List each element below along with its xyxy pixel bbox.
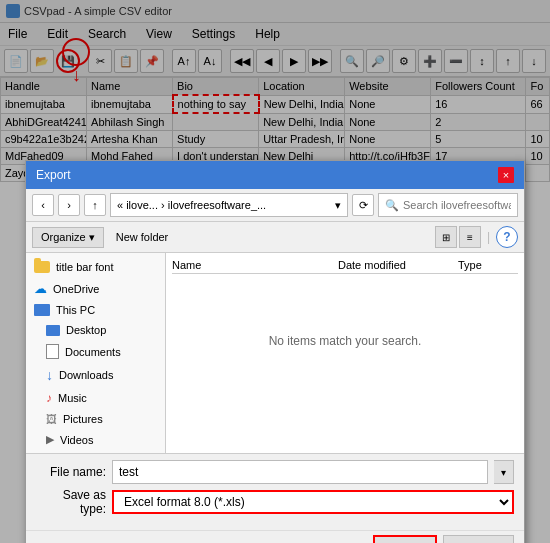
filename-label: File name: <box>36 465 106 479</box>
sidebar-item-desktop[interactable]: Desktop <box>26 320 165 340</box>
export-dialog: Export × ‹ › ↑ « ilove... › ilovefreesof… <box>25 160 525 543</box>
pictures-icon: 🖼 <box>46 413 57 425</box>
col-type-header: Type <box>458 259 518 271</box>
breadcrumb[interactable]: « ilove... › ilovefreesoftware_... ▾ <box>110 193 348 217</box>
video-icon: ▶ <box>46 433 54 446</box>
sidebar-item-label: Desktop <box>66 324 106 336</box>
dialog-action-bar: Organize ▾ New folder ⊞ ≡ | ? <box>26 222 524 253</box>
sidebar-item-documents[interactable]: Documents <box>26 340 165 363</box>
breadcrumb-text: « ilove... › ilovefreesoftware_... <box>117 199 266 211</box>
separator: | <box>487 230 490 244</box>
sidebar-item-onedrive[interactable]: ☁ OneDrive <box>26 277 165 300</box>
view-details-button[interactable]: ≡ <box>459 226 481 248</box>
dialog-sidebar: title bar font ☁ OneDrive This PC Deskto… <box>26 253 166 453</box>
dialog-content: Name Date modified Type No items match y… <box>166 253 524 453</box>
download-icon: ↓ <box>46 367 53 383</box>
music-icon: ♪ <box>46 391 52 405</box>
sidebar-item-music[interactable]: ♪ Music <box>26 387 165 409</box>
filetype-label: Save as type: <box>36 488 106 516</box>
sidebar-item-thispc[interactable]: This PC <box>26 300 165 320</box>
filename-row: File name: ▾ <box>36 460 514 484</box>
nav-forward-button[interactable]: › <box>58 194 80 216</box>
sidebar-item-label: Documents <box>65 346 121 358</box>
new-folder-button[interactable]: New folder <box>110 228 175 246</box>
dialog-footer: Save Cancel <box>26 530 524 543</box>
view-list-button[interactable]: ⊞ <box>435 226 457 248</box>
folder-icon <box>34 261 50 273</box>
sidebar-item-label: Pictures <box>63 413 103 425</box>
filename-input[interactable] <box>112 460 488 484</box>
chevron-down-icon: ▾ <box>335 199 341 212</box>
sidebar-item-label: Downloads <box>59 369 113 381</box>
dialog-nav-bar: ‹ › ↑ « ilove... › ilovefreesoftware_...… <box>26 189 524 222</box>
sidebar-item-titlebarfont[interactable]: title bar font <box>26 257 165 277</box>
sidebar-item-label: Music <box>58 392 87 404</box>
organize-button[interactable]: Organize ▾ <box>32 227 104 248</box>
dialog-title: Export <box>36 168 71 182</box>
nav-back-button[interactable]: ‹ <box>32 194 54 216</box>
sidebar-item-pictures[interactable]: 🖼 Pictures <box>26 409 165 429</box>
nav-refresh-button[interactable]: ⟳ <box>352 194 374 216</box>
cancel-button[interactable]: Cancel <box>443 535 514 543</box>
search-icon: 🔍 <box>385 199 399 212</box>
sidebar-item-videos[interactable]: ▶ Videos <box>26 429 165 450</box>
computer-icon <box>34 304 50 316</box>
search-box: 🔍 <box>378 193 518 217</box>
col-date-header: Date modified <box>338 259 458 271</box>
nav-up-button[interactable]: ↑ <box>84 194 106 216</box>
dialog-main: title bar font ☁ OneDrive This PC Deskto… <box>26 253 524 453</box>
help-button[interactable]: ? <box>496 226 518 248</box>
dialog-close-button[interactable]: × <box>498 167 514 183</box>
content-columns: Name Date modified Type <box>172 259 518 274</box>
search-input[interactable] <box>403 199 511 211</box>
desktop-icon <box>46 325 60 336</box>
save-button[interactable]: Save <box>373 535 436 543</box>
col-name-header: Name <box>172 259 338 271</box>
dialog-bottom: File name: ▾ Save as type: Excel format … <box>26 453 524 530</box>
sidebar-item-label: OneDrive <box>53 283 99 295</box>
cloud-icon: ☁ <box>34 281 47 296</box>
filetype-row: Save as type: Excel format 8.0 (*.xls) <box>36 488 514 516</box>
filetype-select[interactable]: Excel format 8.0 (*.xls) <box>112 490 514 514</box>
sidebar-item-downloads[interactable]: ↓ Downloads <box>26 363 165 387</box>
view-buttons: ⊞ ≡ | ? <box>435 226 518 248</box>
sidebar-item-label: This PC <box>56 304 95 316</box>
dialog-title-bar: Export × <box>26 161 524 189</box>
filename-dropdown-button[interactable]: ▾ <box>494 460 514 484</box>
sidebar-item-label: title bar font <box>56 261 113 273</box>
sidebar-item-label: Videos <box>60 434 93 446</box>
no-items-message: No items match your search. <box>172 334 518 348</box>
document-icon <box>46 344 59 359</box>
